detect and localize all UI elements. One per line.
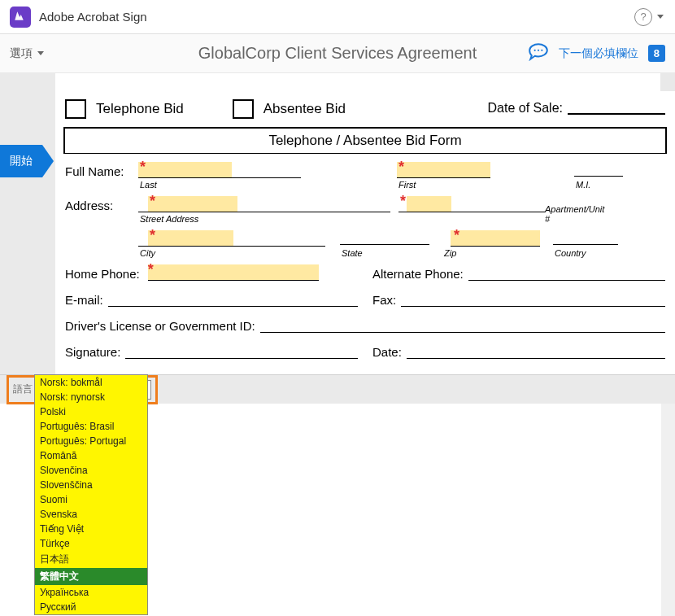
state-caption: State	[342, 248, 363, 258]
absentee-bid-label: Absentee Bid	[263, 101, 346, 117]
chevron-down-icon	[37, 51, 44, 55]
date-input[interactable]	[407, 344, 665, 359]
document-toolbar: 選項 GlobalCorp Client Services Agreement …	[0, 34, 675, 73]
chevron-down-icon[interactable]	[657, 15, 664, 19]
workspace: 開始 Telephone Bid Absentee Bid Date of Sa…	[0, 73, 675, 374]
language-option[interactable]: Slovenščina	[35, 478, 147, 492]
language-option[interactable]: Română	[35, 448, 147, 463]
date-of-sale-row: Date of Sale:	[488, 101, 666, 116]
gov-id-label: Driver's License or Government ID:	[65, 319, 255, 333]
document-title: GlobalCorp Client Services Agreement	[198, 44, 477, 63]
zip-input[interactable]	[451, 230, 540, 247]
options-label: 選項	[10, 46, 33, 61]
home-phone-input[interactable]	[148, 264, 319, 281]
date-of-sale-input[interactable]	[568, 102, 665, 115]
language-dropdown-panel[interactable]: Norsk: bokmålNorsk: nynorskPolskiPortugu…	[34, 374, 148, 615]
street-caption: Street Address	[140, 214, 198, 224]
svg-point-1	[538, 49, 539, 50]
help-icon[interactable]: ?	[634, 8, 652, 26]
required-star-icon: *	[454, 227, 459, 244]
svg-point-0	[533, 49, 535, 50]
country-caption: Country	[555, 248, 586, 258]
language-option[interactable]: Українська	[35, 585, 147, 600]
apt-caption: Apartment/Unit #	[545, 204, 604, 224]
full-name-label: Full Name:	[65, 164, 138, 178]
language-label: 語言	[13, 382, 33, 396]
document-area: Telephone Bid Absentee Bid Date of Sale:…	[55, 73, 675, 374]
fax-label: Fax:	[372, 293, 396, 307]
required-count-badge[interactable]: 8	[648, 45, 665, 62]
svg-point-2	[541, 49, 542, 50]
signature-label: Signature:	[65, 345, 120, 359]
fax-input[interactable]	[401, 292, 665, 307]
required-star-icon: *	[398, 159, 404, 176]
first-caption: First	[398, 180, 416, 190]
acrobat-logo-icon	[10, 7, 31, 28]
absentee-bid-checkbox[interactable]	[233, 99, 254, 119]
app-title: Adobe Acrobat Sign	[39, 10, 147, 24]
language-option[interactable]: Русский	[35, 600, 147, 614]
language-option[interactable]: 日本語	[35, 551, 147, 568]
date-label: Date:	[372, 345, 402, 359]
alt-phone-input[interactable]	[468, 266, 665, 281]
language-option[interactable]: Polski	[35, 404, 147, 419]
email-input[interactable]	[108, 292, 358, 307]
signature-input[interactable]	[125, 344, 358, 359]
telephone-bid-checkbox[interactable]	[65, 99, 86, 119]
mi-caption: M.I.	[576, 180, 590, 190]
gov-id-input[interactable]	[260, 318, 665, 333]
language-option[interactable]: Norsk: bokmål	[35, 375, 147, 390]
email-label: E-mail:	[65, 293, 103, 307]
app-header: Adobe Acrobat Sign ?	[0, 0, 675, 34]
address-label: Address:	[65, 199, 138, 212]
language-option[interactable]: 繁體中文	[35, 568, 147, 585]
language-option[interactable]: Português: Brasil	[35, 419, 147, 434]
date-of-sale-label: Date of Sale:	[488, 101, 564, 116]
city-caption: City	[140, 248, 155, 258]
first-name-input[interactable]	[397, 162, 490, 178]
language-option[interactable]: Türkçe	[35, 536, 147, 551]
start-tag[interactable]: 開始	[0, 145, 42, 177]
language-option[interactable]: Norsk: nynorsk	[35, 390, 147, 404]
language-option[interactable]: Português: Portugal	[35, 434, 147, 448]
comment-icon[interactable]	[528, 43, 549, 64]
home-phone-label: Home Phone:	[65, 267, 140, 281]
telephone-bid-label: Telephone Bid	[96, 101, 184, 117]
alt-phone-label: Alternate Phone:	[372, 267, 464, 281]
zip-caption: Zip	[444, 248, 456, 258]
language-option[interactable]: Tiếng Việt	[35, 522, 147, 536]
doc-scroll-indicator[interactable]	[660, 73, 675, 91]
language-option[interactable]: Svenska	[35, 507, 147, 522]
required-star-icon: *	[148, 261, 154, 278]
left-sidebar: 開始	[0, 73, 55, 374]
language-option[interactable]: Suomi	[35, 492, 147, 507]
last-caption: Last	[140, 180, 157, 190]
options-button[interactable]: 選項	[0, 46, 54, 61]
language-option[interactable]: Slovenčina	[35, 463, 147, 478]
next-required-field-link[interactable]: 下一個必填欄位	[559, 46, 638, 61]
form-section-title: Telephone / Absentee Bid Form	[63, 127, 667, 154]
